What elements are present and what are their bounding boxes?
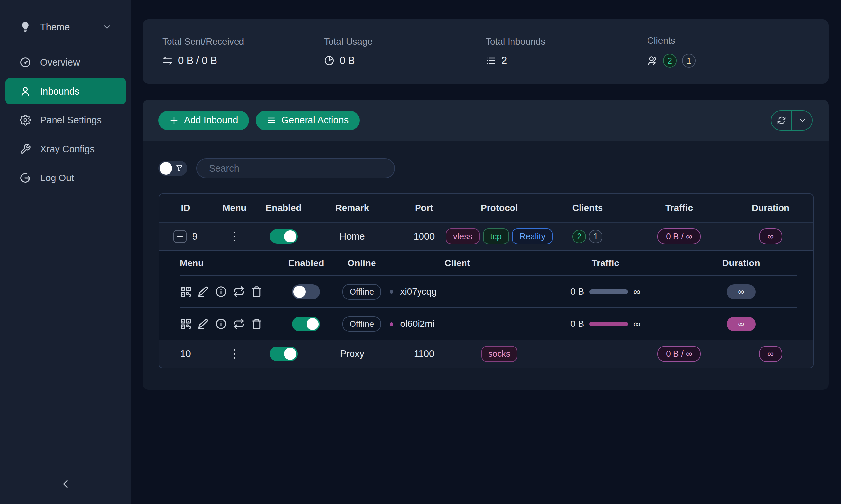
delete-trash-button[interactable] — [251, 318, 262, 330]
col-header-clients: Clients — [545, 203, 630, 213]
col-header-enabled: Enabled — [257, 203, 309, 213]
info-button[interactable] — [215, 286, 227, 298]
sidebar-item-label: Overview — [40, 57, 80, 68]
protocol-badge-vless: vless — [446, 228, 480, 245]
client-name: xi07ycqg — [400, 286, 437, 297]
client-traffic-used: 0 B — [570, 319, 584, 329]
client-duration-badge: ∞ — [727, 285, 756, 299]
qr-code-button[interactable] — [180, 286, 191, 298]
traffic-badge: 0 B / ∞ — [657, 228, 700, 245]
stat-total-usage: Total Usage 0 B — [324, 36, 485, 67]
client-status-dot — [390, 322, 393, 326]
col-header-protocol: Protocol — [453, 203, 545, 213]
duration-badge: ∞ — [759, 228, 782, 245]
sidebar-item-overview[interactable]: Overview — [5, 49, 126, 75]
inbound-id: 9 — [192, 231, 198, 242]
reset-traffic-button[interactable] — [233, 318, 245, 330]
chevron-down-icon — [103, 22, 112, 32]
stat-value: 0 B / 0 B — [178, 55, 217, 67]
edit-pencil-button[interactable] — [198, 286, 209, 298]
refresh-icon — [777, 116, 786, 125]
list-icon — [485, 55, 496, 66]
client-name: ol60i2mi — [400, 319, 435, 329]
client-enabled-toggle[interactable] — [292, 317, 320, 331]
inbound-enabled-toggle[interactable] — [270, 229, 298, 244]
edit-pencil-button[interactable] — [198, 318, 209, 330]
stat-value: 2 — [501, 55, 507, 67]
sidebar-item-label: Log Out — [40, 173, 74, 183]
sidebar-item-panel-settings[interactable]: Panel Settings — [5, 107, 126, 133]
online-status-badge: Offline — [342, 284, 381, 300]
collapse-row-button[interactable] — [173, 230, 187, 243]
inbound-remark: Proxy — [310, 348, 395, 359]
client-enabled-toggle[interactable] — [292, 285, 320, 299]
col-header-remark: Remark — [310, 203, 395, 213]
user-icon — [20, 86, 31, 97]
stat-label: Total Inbounds — [485, 36, 647, 47]
delete-trash-button[interactable] — [251, 286, 262, 298]
client-traffic-used: 0 B — [570, 286, 584, 297]
sub-col-header-online: Online — [334, 258, 389, 268]
online-status-badge: Offline — [342, 316, 381, 332]
logout-icon — [20, 172, 31, 183]
duration-badge: ∞ — [759, 346, 782, 362]
clients-online-badge: 2 — [663, 54, 677, 68]
filter-toggle[interactable] — [158, 161, 187, 176]
col-header-port: Port — [395, 203, 453, 213]
lightbulb-icon — [20, 21, 31, 33]
general-actions-button[interactable]: General Actions — [256, 111, 360, 130]
hamburger-icon — [267, 116, 276, 125]
table-row-inbound-10: 10 Proxy 1100 socks 0 B / ∞ ∞ — [159, 340, 813, 367]
traffic-progress-bar — [589, 322, 628, 326]
traffic-badge: 0 B / ∞ — [657, 346, 700, 362]
sub-col-header-traffic: Traffic — [525, 258, 686, 268]
clients-deactivated-badge: 1 — [682, 54, 696, 68]
client-status-dot — [390, 290, 393, 294]
client-duration-badge: ∞ — [727, 317, 756, 331]
inbounds-table: ID Menu Enabled Remark Port Protocol Cli… — [159, 193, 814, 368]
plus-icon — [170, 116, 179, 125]
qr-code-button[interactable] — [180, 318, 191, 330]
sidebar-item-label: Panel Settings — [40, 115, 102, 126]
stat-value: 0 B — [340, 55, 355, 67]
stat-label: Total Sent/Received — [162, 36, 324, 47]
sub-col-header-duration: Duration — [686, 258, 797, 268]
info-button[interactable] — [215, 318, 227, 330]
client-row-ol60i2mi: Offline ol60i2mi 0 B ∞ ∞ — [159, 308, 813, 340]
reset-traffic-button[interactable] — [233, 286, 245, 298]
sub-col-header-client: Client — [390, 258, 525, 268]
inbounds-panel: Add Inbound General Actions — [142, 100, 828, 390]
refresh-menu-button[interactable] — [792, 111, 812, 130]
filter-row — [158, 159, 828, 178]
funnel-icon — [175, 164, 183, 172]
table-header-row: ID Menu Enabled Remark Port Protocol Cli… — [159, 194, 813, 222]
chevron-down-icon — [797, 116, 807, 125]
search-input[interactable] — [196, 159, 395, 178]
inbound-enabled-toggle[interactable] — [270, 346, 298, 361]
theme-selector[interactable]: Theme — [5, 14, 126, 40]
inbound-port: 1100 — [395, 348, 453, 359]
inbound-port: 1000 — [395, 231, 453, 242]
sidebar-nav: Overview Inbounds Panel Settings — [0, 49, 132, 191]
stat-label: Clients — [647, 35, 809, 46]
refresh-button[interactable] — [771, 111, 792, 130]
col-header-menu: Menu — [211, 203, 257, 213]
sidebar-item-log-out[interactable]: Log Out — [5, 165, 126, 191]
toggle-knob — [160, 162, 172, 175]
sidebar-collapse-button[interactable] — [55, 474, 76, 495]
add-inbound-button[interactable]: Add Inbound — [158, 111, 249, 130]
inbound-9-clients-panel: Menu Enabled Online Client Traffic Durat… — [159, 250, 813, 340]
sidebar-item-inbounds[interactable]: Inbounds — [5, 78, 126, 104]
clients-count-gray-badge: 1 — [589, 230, 602, 244]
inbound-id: 10 — [180, 348, 191, 359]
gear-icon — [20, 114, 31, 126]
traffic-limit: ∞ — [633, 318, 640, 329]
traffic-limit: ∞ — [633, 286, 640, 297]
sidebar-item-xray-configs[interactable]: Xray Configs — [5, 136, 126, 162]
stat-total-inbounds: Total Inbounds 2 — [485, 36, 647, 67]
row-menu-kebab[interactable] — [231, 347, 237, 361]
pie-chart-icon — [324, 55, 334, 66]
row-menu-kebab[interactable] — [231, 230, 237, 243]
refresh-split-button — [771, 110, 813, 131]
wrench-icon — [20, 143, 31, 155]
